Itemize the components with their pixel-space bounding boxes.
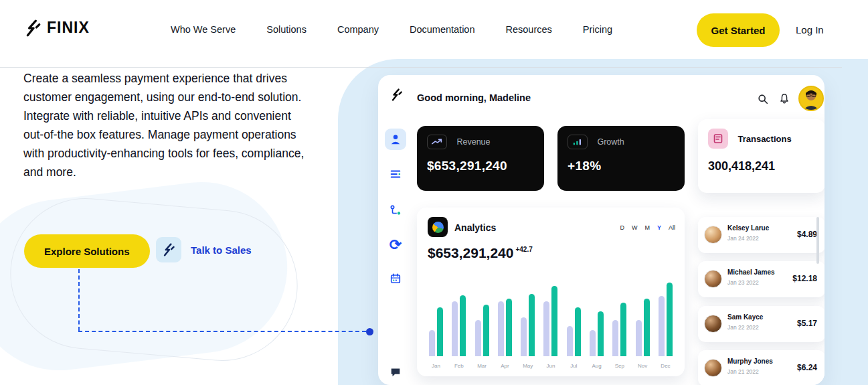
talk-to-sales-button[interactable]: Talk to Sales: [156, 237, 252, 262]
month-label: Apr: [501, 363, 509, 369]
customer-name: Kelsey Larue: [727, 224, 769, 232]
bar-group: May: [521, 281, 535, 356]
sidebar-calendar-icon[interactable]: [385, 268, 406, 289]
customer-name: Sam Kayce: [727, 313, 763, 321]
range-option-year[interactable]: Y: [657, 224, 661, 231]
transaction-date: Jan 22 2022: [727, 324, 759, 331]
month-label: Sep: [615, 363, 624, 369]
sidebar-flow-icon[interactable]: [385, 200, 406, 221]
analytics-amount: $653,291,240: [428, 245, 513, 260]
secondary-bar: [612, 320, 618, 356]
transaction-date: Jan 24 2022: [727, 235, 759, 242]
finix-landing-page: FINIX Who We Serve Solutions Company Doc…: [0, 0, 868, 385]
month-label: Mar: [477, 363, 487, 369]
primary-bar: [667, 283, 673, 356]
sidebar-refresh-icon[interactable]: ⟳: [385, 234, 406, 256]
month-label: Feb: [454, 363, 464, 369]
dashed-connector-vertical: [78, 269, 80, 331]
sidebar-chat-icon[interactable]: [385, 362, 406, 383]
analytics-chart: JanFebMarAprMayJunJulAugSepNovDec: [429, 281, 673, 356]
secondary-bar: [659, 296, 665, 356]
transaction-row[interactable]: Sam Kayce Jan 22 2022 $5.17: [698, 306, 824, 342]
bar-group: Sep: [612, 281, 626, 356]
finix-mark-icon: [156, 237, 181, 262]
range-option-all[interactable]: All: [669, 224, 675, 231]
customer-avatar: [704, 226, 722, 244]
transaction-row[interactable]: Michael James Jan 23 2022 $12.18: [698, 261, 824, 297]
secondary-bar: [429, 330, 435, 356]
transaction-amount: $5.17: [797, 319, 817, 328]
range-selector: D W M Y All: [620, 224, 675, 231]
month-label: Jul: [570, 363, 577, 369]
month-label: Nov: [638, 363, 647, 369]
sidebar-users-icon[interactable]: [385, 129, 406, 150]
month-label: Dec: [661, 363, 670, 369]
nav-item-pricing[interactable]: Pricing: [583, 24, 612, 35]
bar-group: Mar: [475, 281, 489, 356]
range-option-month[interactable]: M: [644, 224, 650, 231]
finix-logo-icon: [24, 19, 41, 37]
user-avatar[interactable]: [798, 86, 824, 111]
bar-group: Dec: [659, 281, 673, 356]
sidebar-list-icon[interactable]: [385, 163, 406, 185]
bar-group: Nov: [636, 281, 650, 356]
get-started-button[interactable]: Get Started: [697, 13, 780, 47]
nav-item-company[interactable]: Company: [337, 24, 379, 35]
revenue-value: $653,291,240: [427, 159, 534, 173]
secondary-bar: [543, 301, 549, 356]
secondary-bar: [636, 320, 642, 356]
primary-bar: [437, 307, 443, 356]
month-label: Jan: [432, 363, 440, 369]
dashboard-finix-icon: [390, 88, 403, 101]
revenue-card: Revenue $653,291,240: [417, 126, 544, 191]
bar-group: Feb: [452, 281, 466, 356]
talk-to-sales-label: Talk to Sales: [191, 244, 252, 256]
search-icon[interactable]: [757, 93, 769, 105]
month-label: Aug: [592, 363, 601, 369]
secondary-bar: [521, 317, 527, 356]
transaction-date: Jan 23 2022: [727, 279, 759, 286]
log-in-link[interactable]: Log In: [796, 24, 824, 35]
primary-bar: [575, 307, 581, 356]
transactions-icon: [708, 129, 728, 149]
bar-group: Jul: [567, 281, 581, 356]
finix-logo-text: FINIX: [47, 19, 90, 37]
notifications-bell-icon[interactable]: [778, 93, 790, 105]
revenue-chart-icon: [427, 135, 447, 149]
analytics-app-icon: [428, 217, 448, 237]
transaction-amount: $4.89: [797, 230, 817, 239]
dashboard-greeting: Good morning, Madeline: [417, 92, 531, 103]
bar-group: Apr: [498, 281, 512, 356]
range-option-day[interactable]: D: [620, 224, 624, 231]
primary-bar: [551, 286, 557, 356]
hero-paragraph: Create a seamless payment experience tha…: [23, 69, 313, 181]
analytics-delta: +42.7: [515, 246, 532, 253]
dashboard-mockup: Good morning, Madeline: [378, 75, 824, 385]
primary-bar: [460, 295, 466, 356]
nav-item-resources[interactable]: Resources: [506, 24, 552, 35]
customer-avatar: [704, 270, 722, 288]
list-scrollbar[interactable]: [816, 217, 819, 264]
customer-avatar: [704, 315, 722, 333]
primary-bar: [506, 299, 512, 356]
transactions-value: 300,418,241: [708, 159, 815, 173]
primary-bar: [598, 311, 604, 356]
nav-item-documentation[interactable]: Documentation: [410, 24, 475, 35]
transaction-row[interactable]: Murphy Jones Jan 21 2022 $6.24: [698, 350, 824, 385]
primary-bar: [529, 294, 535, 356]
primary-bar: [644, 299, 650, 356]
transactions-card: Transactions 300,418,241: [698, 119, 824, 193]
explore-solutions-button[interactable]: Explore Solutions: [24, 234, 150, 268]
growth-card: Growth +18%: [557, 126, 685, 191]
growth-value: +18%: [568, 159, 675, 173]
nav-item-solutions[interactable]: Solutions: [266, 24, 307, 35]
customer-name: Michael James: [727, 268, 775, 276]
transaction-row[interactable]: Kelsey Larue Jan 24 2022 $4.89: [698, 217, 824, 253]
growth-chart-icon: [568, 135, 588, 149]
finix-logo[interactable]: FINIX: [24, 19, 90, 37]
nav-item-who-we-serve[interactable]: Who We Serve: [171, 24, 236, 35]
month-label: May: [523, 363, 533, 369]
secondary-bar: [452, 301, 458, 356]
range-option-week[interactable]: W: [632, 224, 638, 231]
bar-group: Jun: [543, 281, 557, 356]
